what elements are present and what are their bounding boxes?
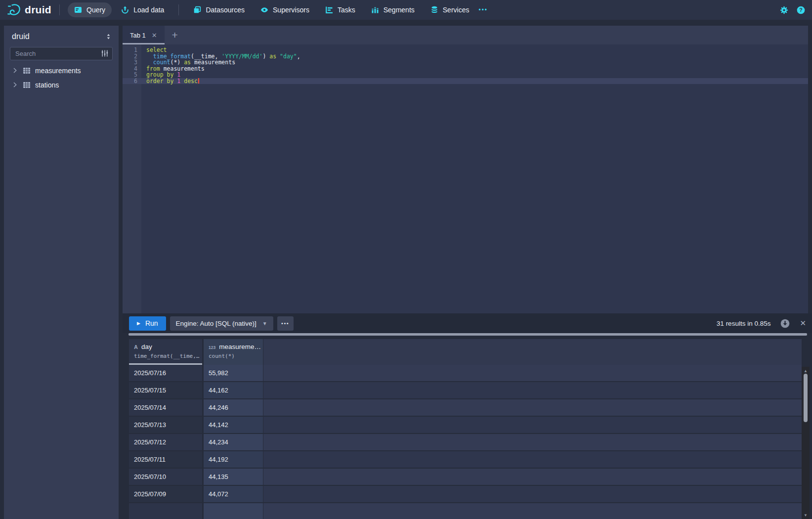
table-cell-measurements[interactable]: 44,072 xyxy=(204,486,263,502)
table-name: measurements xyxy=(35,67,81,75)
druid-logo-icon xyxy=(7,3,21,17)
row-filler xyxy=(263,451,802,468)
console-icon xyxy=(74,6,82,14)
bar-chart-icon xyxy=(371,6,379,14)
table-cell-measurements[interactable] xyxy=(204,503,263,519)
run-bar: ▶ Run Engine: Auto [SQL (native)] ▼ ••• … xyxy=(123,313,812,333)
table-cell-day[interactable]: 2025/07/12 xyxy=(129,434,202,450)
results-vertical-scrollbar: ▲ ▼ xyxy=(802,367,810,519)
table-cell-day[interactable]: 2025/07/16 xyxy=(129,365,202,381)
filter-sliders-icon[interactable] xyxy=(101,49,109,57)
table-cell-measurements[interactable]: 44,234 xyxy=(204,434,263,450)
scrollbar-thumb[interactable] xyxy=(804,374,808,422)
nav-item-segments[interactable]: Segments xyxy=(365,2,421,17)
run-button-label: Run xyxy=(145,319,158,327)
sidebar-table-stations[interactable]: stations xyxy=(4,78,119,92)
row-filler xyxy=(263,503,802,519)
column-header-measureme-[interactable]: 123measureme…count(*) xyxy=(204,339,263,365)
table-cell-day[interactable] xyxy=(129,503,202,519)
stacked-windows-icon xyxy=(193,6,201,14)
database-icon xyxy=(430,6,438,14)
play-icon: ▶ xyxy=(137,321,140,326)
scroll-up-arrow[interactable]: ▲ xyxy=(802,368,810,374)
query-panel: Tab 1 ✕ + 1select2 time_format(__time, '… xyxy=(123,26,808,313)
nav-item-label: Supervisors xyxy=(273,6,309,14)
table-cell-measurements[interactable]: 44,142 xyxy=(204,417,263,433)
new-tab-button[interactable]: + xyxy=(165,26,185,44)
nav-more-button[interactable]: ••• xyxy=(475,3,491,16)
nav-item-label: Segments xyxy=(384,6,415,14)
settings-gear-icon[interactable] xyxy=(780,6,788,14)
nav-item-datasources[interactable]: Datasources xyxy=(187,2,251,17)
help-icon[interactable]: ? xyxy=(797,6,805,14)
schema-name: druid xyxy=(12,32,30,41)
nav-item-tasks[interactable]: Tasks xyxy=(319,2,362,17)
table-cell-day[interactable]: 2025/07/14 xyxy=(129,399,202,416)
row-filler xyxy=(263,382,802,398)
tab-query-1[interactable]: Tab 1 ✕ xyxy=(123,26,165,44)
table-tree: measurementsstations xyxy=(4,63,119,92)
results-header: Adaytime_format(__time,…123measureme…cou… xyxy=(129,339,802,365)
sql-editor[interactable]: 1select2 time_format(__time, 'YYYY/MM/dd… xyxy=(123,44,808,313)
nav-item-query[interactable]: Query xyxy=(68,2,112,17)
query-more-button[interactable]: ••• xyxy=(277,316,294,331)
table-cell-measurements[interactable]: 44,162 xyxy=(204,382,263,398)
table-cell-day[interactable]: 2025/07/09 xyxy=(129,486,202,502)
nav-item-services[interactable]: Services xyxy=(424,2,476,17)
column-expression: time_format(__time,… xyxy=(134,353,202,359)
table-row: 2025/07/0944,072 xyxy=(129,486,802,503)
table-row: 2025/07/1544,162 xyxy=(129,382,802,399)
nav-item-label: Load data xyxy=(133,6,164,14)
scroll-down-arrow[interactable]: ▼ xyxy=(802,512,810,518)
top-navbar: druid QueryLoad data DatasourcesSupervis… xyxy=(0,0,812,20)
eye-icon xyxy=(260,6,268,14)
results-body: 2025/07/1655,9822025/07/1544,1622025/07/… xyxy=(129,365,802,519)
column-expression: count(*) xyxy=(209,353,263,359)
table-cell-measurements[interactable]: 44,135 xyxy=(204,469,263,485)
query-tab-bar: Tab 1 ✕ + xyxy=(123,26,808,44)
tab-close-icon[interactable]: ✕ xyxy=(152,32,157,39)
navbar-divider xyxy=(178,4,179,15)
table-cell-day[interactable]: 2025/07/15 xyxy=(129,382,202,398)
nav-item-label: Datasources xyxy=(206,6,245,14)
table-cell-day[interactable]: 2025/07/13 xyxy=(129,417,202,433)
gantt-icon xyxy=(325,6,333,14)
search-input[interactable] xyxy=(10,47,113,60)
chevron-right-icon[interactable] xyxy=(12,67,18,74)
upload-icon xyxy=(121,6,129,14)
engine-select[interactable]: Engine: Auto [SQL (native)] ▼ xyxy=(170,316,273,331)
nav-item-label: Tasks xyxy=(338,6,355,14)
table-cell-measurements[interactable]: 55,982 xyxy=(204,365,263,381)
sql-line-4: 4from measurements xyxy=(123,66,808,72)
brand-name: druid xyxy=(25,4,51,16)
table-cell-measurements[interactable]: 44,246 xyxy=(204,399,263,416)
table-cell-measurements[interactable]: 44,192 xyxy=(204,451,263,468)
close-results-icon[interactable]: ✕ xyxy=(800,319,806,328)
line-number: 2 xyxy=(123,53,141,60)
sql-line-5: 5group by 1 xyxy=(123,72,808,78)
nav-item-label: Services xyxy=(443,6,470,14)
string-type-icon: A xyxy=(134,344,138,350)
download-results-icon[interactable] xyxy=(780,319,790,328)
sidebar-table-measurements[interactable]: measurements xyxy=(4,63,119,78)
column-header-day[interactable]: Adaytime_format(__time,… xyxy=(129,339,202,365)
table-cell-day[interactable]: 2025/07/10 xyxy=(129,469,202,485)
druid-logo[interactable]: druid xyxy=(7,3,51,17)
table-row: 2025/07/1244,234 xyxy=(129,434,802,451)
line-number: 5 xyxy=(123,72,141,78)
nav-item-load-data[interactable]: Load data xyxy=(115,2,171,17)
nav-item-label: Query xyxy=(86,6,105,14)
sql-code: order by 1 desc xyxy=(141,78,199,85)
nav-right-icons: ? xyxy=(780,6,805,14)
run-button[interactable]: ▶ Run xyxy=(129,316,166,331)
row-filler xyxy=(263,365,802,381)
chevron-right-icon[interactable] xyxy=(12,82,18,88)
table-row: 2025/07/1144,192 xyxy=(129,451,802,469)
schema-sort-icon[interactable] xyxy=(105,33,112,41)
number-type-icon: 123 xyxy=(209,345,215,350)
table-cell-day[interactable]: 2025/07/11 xyxy=(129,451,202,468)
schema-sidebar: druid measurementsstations xyxy=(4,26,119,519)
row-filler xyxy=(263,434,802,450)
nav-item-supervisors[interactable]: Supervisors xyxy=(254,2,316,17)
line-number: 6 xyxy=(123,78,141,85)
